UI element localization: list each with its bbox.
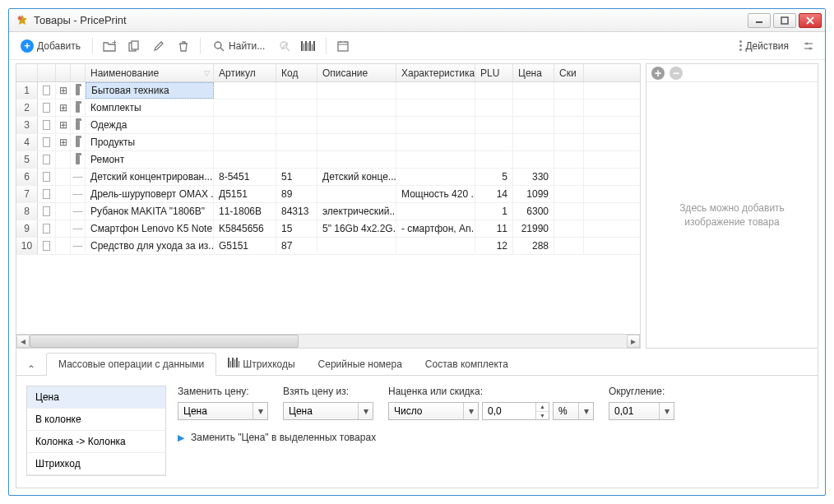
row-checkbox[interactable] [38, 203, 56, 220]
apply-action[interactable]: ▶ Заменить "Цена" в выделенных товарах [178, 432, 808, 443]
expand-toggle[interactable]: ⊞ [56, 117, 71, 133]
row-checkbox[interactable] [38, 82, 56, 99]
spin-down[interactable]: ▼ [536, 412, 549, 420]
cell-plu: 12 [475, 238, 513, 254]
cell-desc [317, 151, 396, 168]
table-row[interactable]: 7—Дрель-шуруповерт OMAX ...Д515189Мощнос… [16, 186, 640, 203]
markup-type-combo[interactable]: Число▾ [388, 402, 479, 420]
chevron-down-icon: ▾ [578, 403, 593, 419]
col-check[interactable] [38, 64, 56, 81]
remove-image-button[interactable]: − [670, 67, 683, 80]
cell-desc [317, 134, 396, 150]
tab-mass-ops[interactable]: Массовые операции с данными [46, 353, 216, 376]
new-folder-button[interactable]: + [100, 37, 119, 55]
expand-toggle[interactable] [56, 186, 71, 202]
replace-label: Заменить цену: [178, 386, 268, 397]
scroll-right-button[interactable]: ▸ [627, 335, 640, 348]
tab-bundle[interactable]: Состав комплекта [414, 354, 520, 375]
table-row[interactable]: 4⊞Продукты [16, 134, 640, 151]
col-price[interactable]: Цена [513, 64, 554, 81]
operation-item[interactable]: В колонке [27, 409, 165, 431]
take-combo[interactable]: Цена▾ [283, 402, 373, 420]
close-button[interactable] [799, 13, 822, 28]
expand-toggle[interactable] [56, 203, 71, 220]
cell-char [396, 82, 475, 99]
cell-name: Рубанок MAKITA "1806B" [86, 203, 214, 220]
delete-button[interactable] [174, 37, 193, 55]
col-rownum[interactable] [16, 64, 38, 81]
spin-up[interactable]: ▲ [536, 403, 549, 412]
collapse-panel-button[interactable]: ⌃ [23, 363, 39, 375]
col-expand[interactable] [56, 64, 71, 81]
col-folder[interactable] [71, 64, 86, 81]
col-article[interactable]: Артикул [214, 64, 276, 81]
settings-button[interactable] [799, 37, 818, 55]
row-checkbox[interactable] [38, 169, 56, 185]
row-checkbox[interactable] [38, 186, 56, 202]
expand-toggle[interactable]: ⊞ [56, 134, 71, 150]
horizontal-scrollbar[interactable]: ◂ ▸ [16, 334, 640, 348]
scroll-left-button[interactable]: ◂ [16, 335, 30, 348]
cell-article [214, 151, 276, 168]
col-code[interactable]: Код [276, 64, 317, 81]
row-number: 9 [16, 220, 38, 237]
chevron-down-icon: ▾ [659, 403, 674, 419]
expand-toggle[interactable]: ⊞ [56, 99, 71, 116]
search-button[interactable]: Найти... [207, 37, 270, 55]
svg-rect-1 [781, 17, 788, 24]
expand-toggle[interactable] [56, 169, 71, 185]
row-checkbox[interactable] [38, 238, 56, 254]
row-checkbox[interactable] [38, 99, 56, 116]
markup-value-input[interactable] [483, 403, 535, 419]
row-checkbox[interactable] [38, 134, 56, 150]
calendar-button[interactable] [333, 37, 353, 55]
expand-toggle[interactable] [56, 238, 71, 254]
copy-button[interactable] [124, 37, 144, 55]
add-image-button[interactable]: + [651, 67, 665, 80]
operation-item[interactable]: Штрихкод [27, 453, 165, 475]
table-row[interactable]: 8—Рубанок MAKITA "1806B"11-1806B84313эле… [16, 203, 640, 220]
edit-button[interactable] [149, 37, 169, 55]
add-button[interactable]: + Добавить [16, 37, 86, 55]
row-number: 4 [16, 134, 38, 150]
row-number: 10 [16, 238, 38, 254]
clear-search-button[interactable] [275, 37, 294, 55]
table-row[interactable]: 2⊞Комплекты [16, 99, 640, 117]
replace-combo[interactable]: Цена▾ [178, 402, 268, 420]
barcode-button[interactable] [299, 37, 319, 55]
table-row[interactable]: 9—Смартфон Lenovo K5 NoteK5845656155" 16… [16, 220, 640, 238]
col-desc[interactable]: Описание [317, 64, 396, 81]
operation-item[interactable]: Цена [27, 386, 165, 409]
col-name[interactable]: Наименование▽ [86, 64, 214, 81]
cell-article: K5845656 [214, 220, 276, 237]
tab-serials[interactable]: Серийные номера [307, 354, 414, 375]
row-checkbox[interactable] [38, 117, 56, 133]
table-row[interactable]: 1⊞Бытовая техника [16, 82, 640, 99]
tab-barcodes[interactable]: Штрихкоды [216, 353, 306, 375]
table-row[interactable]: 10—Средство для ухода за из...G515187122… [16, 238, 640, 255]
folder-icon [71, 117, 86, 133]
expand-toggle[interactable] [56, 220, 71, 237]
col-plu[interactable]: PLU [475, 64, 513, 81]
round-combo[interactable]: 0,01▾ [609, 402, 674, 420]
markup-value-spinner[interactable]: ▲▼ [482, 402, 549, 420]
operation-item[interactable]: Колонка -> Колонка [27, 431, 165, 453]
col-disc[interactable]: Ски [554, 64, 584, 81]
scroll-track[interactable] [30, 335, 627, 348]
expand-toggle[interactable] [56, 151, 71, 168]
actions-menu[interactable]: Действия [734, 38, 794, 54]
maximize-button[interactable] [773, 13, 796, 28]
table-row[interactable]: 5Ремонт [16, 151, 640, 169]
table-row[interactable]: 6—Детский концентрирован...8-545151Детск… [16, 169, 640, 186]
col-char[interactable]: Характеристика [396, 64, 475, 81]
cell-plu: 1 [475, 203, 513, 220]
table-row[interactable]: 3⊞Одежда [16, 117, 640, 134]
image-placeholder: Здесь можно добавить изображение товара [646, 82, 818, 348]
expand-toggle[interactable]: ⊞ [56, 82, 71, 99]
scroll-thumb[interactable] [30, 335, 299, 348]
row-checkbox[interactable] [38, 220, 56, 237]
minimize-button[interactable] [748, 13, 771, 28]
markup-unit-combo[interactable]: %▾ [553, 402, 594, 420]
cell-desc: электрический... [317, 203, 396, 220]
row-checkbox[interactable] [38, 151, 56, 168]
